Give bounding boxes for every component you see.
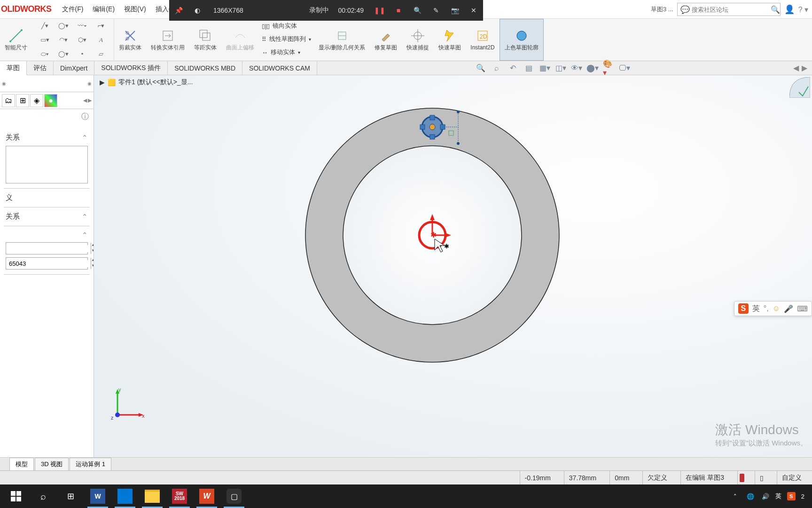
document-tab-label[interactable]: 草图3 ... — [651, 5, 673, 14]
spin-down-icon[interactable]: ▼ — [91, 248, 94, 254]
quick-snaps-button[interactable]: 快速捕捉 — [402, 19, 434, 61]
slot-tool[interactable]: ⬭▾ — [36, 48, 54, 61]
ime-voice-icon[interactable]: 🎤 — [784, 304, 793, 313]
tray-chevron-icon[interactable]: ˄ — [730, 491, 741, 501]
parameter-input-2[interactable] — [6, 260, 91, 267]
tab-3d-view[interactable]: 3D 视图 — [35, 458, 69, 470]
menu-view[interactable]: 视图(V) — [119, 0, 151, 18]
shaded-sketch-button[interactable]: 上色草图轮廓 — [500, 19, 544, 61]
tab-addins[interactable]: SOLIDWORKS 插件 — [94, 61, 168, 75]
arc-tool[interactable]: ◠▾ — [55, 33, 72, 47]
magnify-icon[interactable]: 🔍 — [408, 0, 427, 21]
spin-up-icon[interactable]: ▲ — [91, 243, 94, 248]
rapid-sketch-button[interactable]: 快速草图 — [434, 19, 466, 61]
graphics-area[interactable]: ▶ 🟨 零件1 (默认<<默认>_显... — [94, 75, 812, 457]
taskbar-word[interactable]: W — [85, 484, 111, 508]
previous-view-icon[interactable]: ↶ — [507, 63, 518, 74]
ellipse-tool[interactable]: ◯▾ — [55, 48, 72, 61]
fillet-tool[interactable]: ⌐▾ — [92, 19, 110, 32]
instant2d-button[interactable]: 2D Instant2D — [466, 19, 499, 61]
tab-motion-study[interactable]: 运动算例 1 — [70, 458, 111, 470]
convert-entities-button[interactable]: 转换实体引用 — [146, 19, 189, 61]
spin-down-icon[interactable]: ▼ — [91, 263, 94, 269]
search-input[interactable] — [692, 6, 771, 13]
spin-up-icon[interactable]: ▲ — [91, 258, 94, 263]
text-tool[interactable]: A — [92, 33, 110, 47]
sketch-canvas[interactable]: ✱ ✱ — [94, 75, 812, 414]
ime-punct-icon[interactable]: °, — [764, 304, 769, 313]
next-arrow-icon[interactable]: ▶ — [802, 64, 807, 72]
tray-network-icon[interactable]: 🌐 — [745, 491, 756, 501]
collapse-icon-3[interactable]: ⌃ — [82, 231, 88, 239]
tab-model[interactable]: 模型 — [9, 458, 34, 470]
search-icon[interactable]: 🔍 — [771, 5, 780, 14]
contrast-icon[interactable]: ◐ — [188, 0, 207, 21]
config-icon[interactable]: ◈ — [30, 94, 43, 107]
menu-file[interactable]: 文件(F) — [57, 0, 88, 18]
ime-emoji-icon[interactable]: ☺ — [773, 304, 780, 313]
property-icon[interactable]: ⊞ — [16, 94, 29, 107]
tray-clock[interactable]: 2 — [801, 493, 804, 500]
taskbar-recorder[interactable]: ▢ — [221, 484, 247, 508]
tab-mbd[interactable]: SOLIDWORKS MBD — [168, 61, 242, 75]
pencil-icon[interactable]: ✎ — [427, 0, 445, 21]
tray-sogou-icon[interactable]: S — [786, 491, 796, 501]
point-tool[interactable]: • — [73, 48, 91, 61]
tab-evaluate[interactable]: 评估 — [27, 61, 54, 75]
confirmation-corner[interactable] — [789, 77, 810, 98]
search-box[interactable]: 💬 🔍 — [677, 3, 781, 16]
spline-tool[interactable]: 〰▾ — [73, 19, 91, 32]
taskbar-solidworks[interactable]: SW2018 — [166, 484, 193, 508]
display-style-icon[interactable]: ◫▾ — [555, 63, 566, 74]
ime-keyboard-icon[interactable]: ⌨ — [797, 304, 808, 313]
mirror-entities-button[interactable]: ▯|▯镜向实体 — [262, 20, 311, 32]
smart-dimension-button[interactable]: 智能尺寸 — [0, 19, 32, 61]
linear-pattern-button[interactable]: ⠿线性草图阵列▾ — [262, 33, 311, 45]
pin-icon[interactable]: 📌 — [169, 0, 188, 21]
camera-icon[interactable]: 📷 — [445, 0, 464, 21]
zoom-fit-icon[interactable]: 🔍 — [475, 63, 486, 74]
move-entities-button[interactable]: ↔移动实体▾ — [262, 46, 311, 58]
tray-volume-icon[interactable]: 🔊 — [760, 491, 771, 501]
tab-dimxpert[interactable]: DimXpert — [54, 61, 94, 75]
zoom-area-icon[interactable]: ⌕ — [491, 63, 502, 74]
taskbar-app-blue[interactable] — [112, 484, 138, 508]
taskbar-wps[interactable]: W — [194, 484, 220, 508]
collapse-icon[interactable]: ⌃ — [82, 134, 88, 142]
stop-button[interactable]: ■ — [389, 0, 408, 21]
help-icon[interactable]: ? ▾ — [798, 5, 808, 14]
ime-language[interactable]: 英 — [752, 304, 760, 314]
polygon-tool[interactable]: ⬡▾ — [73, 33, 91, 47]
scroll-right-icon[interactable]: ▶ — [88, 97, 92, 103]
scene-icon[interactable]: 🎨▾ — [603, 63, 614, 74]
collapse-icon-2[interactable]: ⌃ — [82, 213, 88, 221]
parameter-spinner-2[interactable]: ▲▼ — [6, 257, 88, 270]
status-indicator[interactable] — [737, 471, 746, 484]
start-button[interactable] — [3, 484, 29, 508]
rectangle-tool[interactable]: ▭▾ — [36, 33, 54, 47]
parameter-spinner-1[interactable]: ▲▼ — [6, 242, 88, 254]
taskbar-explorer[interactable] — [139, 484, 165, 508]
appearance-tab-icon[interactable]: ● — [44, 94, 57, 107]
display-relations-button[interactable]: 显示/删除几何关系 — [314, 19, 370, 61]
search-button[interactable]: ⌕ — [30, 484, 56, 508]
close-button[interactable]: ✕ — [464, 0, 483, 21]
offset-entities-button[interactable]: 等距实体 — [189, 19, 221, 61]
orientation-triad[interactable]: x y z — [108, 387, 146, 424]
circle-tool[interactable]: ◯▾ — [55, 19, 72, 32]
feature-tree-icon[interactable]: 🗂 — [2, 94, 15, 107]
view-settings-icon[interactable]: 🖵▾ — [619, 63, 630, 74]
section-view-icon[interactable]: ▤ — [523, 63, 534, 74]
hide-show-icon[interactable]: 👁▾ — [571, 63, 582, 74]
line-tool[interactable]: ╱▾ — [36, 19, 54, 32]
user-icon[interactable]: 👤 — [784, 4, 795, 15]
scroll-left-icon[interactable]: ◀ — [83, 97, 87, 103]
pause-button[interactable]: ❚❚ — [370, 0, 389, 21]
tab-cam[interactable]: SOLIDWORKS CAM — [242, 61, 317, 75]
relations-list[interactable] — [6, 146, 88, 183]
plane-tool[interactable]: ▱ — [92, 48, 110, 61]
tab-sketch[interactable]: 草图 — [0, 61, 27, 75]
status-flag-icon[interactable]: ▯ — [755, 471, 768, 484]
appearance-icon[interactable]: ⬤▾ — [587, 63, 598, 74]
status-custom[interactable]: 自定义 — [777, 471, 806, 484]
